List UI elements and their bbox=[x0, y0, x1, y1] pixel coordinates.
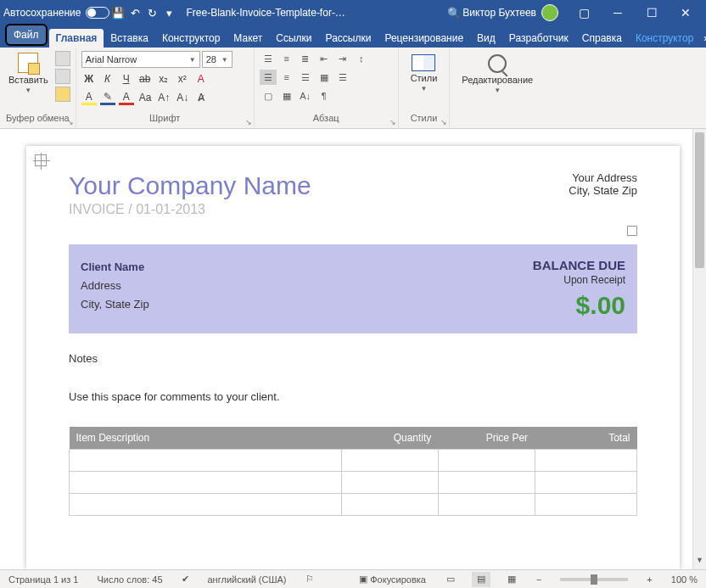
page-indicator[interactable]: Страница 1 из 1 bbox=[5, 574, 81, 585]
subscript-button[interactable]: x₂ bbox=[156, 71, 171, 87]
bold-button[interactable]: Ж bbox=[81, 71, 97, 87]
paragraph-launcher-icon[interactable]: ↘ bbox=[389, 118, 396, 126]
document-title: Free-Blank-Invoice-Template-for-… bbox=[186, 7, 345, 19]
tab-layout[interactable]: Макет bbox=[227, 29, 269, 48]
maximize-icon[interactable]: ☐ bbox=[635, 0, 669, 25]
invoice-line[interactable]: INVOICE / 01-01-2013 bbox=[69, 202, 311, 217]
align-center-button[interactable]: ≡ bbox=[278, 70, 295, 85]
clear-formatting-button[interactable]: A̷ bbox=[193, 90, 209, 105]
notes-heading[interactable]: Notes bbox=[69, 352, 637, 365]
italic-button[interactable]: К bbox=[100, 71, 115, 87]
tab-review[interactable]: Рецензирование bbox=[378, 29, 470, 48]
word-count[interactable]: Число слов: 45 bbox=[93, 574, 165, 585]
tab-design[interactable]: Конструктор bbox=[155, 29, 227, 48]
font-name-combo[interactable]: Arial Narrow▼ bbox=[81, 51, 200, 68]
numbering-button[interactable]: ≡ bbox=[278, 51, 295, 66]
line-spacing-button[interactable]: ↕ bbox=[353, 51, 370, 66]
tab-references[interactable]: Ссылки bbox=[269, 29, 318, 48]
language-indicator[interactable]: английский (США) bbox=[205, 574, 290, 585]
show-marks-button[interactable]: ¶ bbox=[316, 88, 333, 104]
group-editing-label bbox=[455, 111, 540, 125]
redo-icon[interactable]: ↻ bbox=[143, 4, 160, 21]
group-styles-label: Стили bbox=[404, 111, 445, 125]
title-bar: Автосохранение 💾 ↶ ↻ ▾ Free-Blank-Invoic… bbox=[0, 0, 706, 25]
font-launcher-icon[interactable]: ↘ bbox=[245, 118, 252, 126]
align-left-button[interactable]: ☰ bbox=[260, 70, 277, 85]
tab-file[interactable]: Файл bbox=[5, 24, 48, 46]
accessibility-icon[interactable]: ⚐ bbox=[302, 574, 317, 585]
tab-developer[interactable]: Разработчик bbox=[502, 29, 575, 48]
highlight-button[interactable]: A bbox=[81, 90, 97, 105]
web-layout-icon[interactable]: ▦ bbox=[502, 572, 521, 587]
cut-icon[interactable] bbox=[55, 51, 70, 66]
shrink-font-button[interactable]: A↓ bbox=[175, 90, 190, 105]
scroll-thumb[interactable] bbox=[695, 132, 704, 268]
user-account[interactable]: Виктор Бухтеев bbox=[462, 4, 558, 21]
paste-button[interactable]: Вставить ▼ bbox=[5, 51, 52, 96]
justify-button[interactable]: ▦ bbox=[316, 70, 333, 85]
search-icon[interactable]: 🔍 bbox=[445, 4, 462, 21]
tab-help[interactable]: Справка bbox=[575, 29, 629, 48]
undo-icon[interactable]: ↶ bbox=[126, 4, 143, 21]
company-address[interactable]: Your Address City, State Zip bbox=[569, 171, 637, 197]
zoom-slider[interactable] bbox=[560, 578, 628, 581]
balance-block[interactable]: BALANCE DUE Upon Receipt $.00 bbox=[533, 258, 625, 320]
tab-home[interactable]: Главная bbox=[49, 29, 104, 48]
clipboard-launcher-icon[interactable]: ↘ bbox=[67, 118, 74, 126]
align-right-button[interactable]: ☰ bbox=[297, 70, 314, 85]
zoom-level[interactable]: 100 % bbox=[668, 574, 701, 585]
multilevel-button[interactable]: ≣ bbox=[297, 51, 314, 66]
read-mode-icon[interactable]: ▭ bbox=[441, 572, 460, 587]
document-area[interactable]: Your Company Name INVOICE / 01-01-2013 Y… bbox=[0, 129, 706, 569]
copy-icon[interactable] bbox=[55, 69, 70, 84]
tab-table-design[interactable]: Конструктор bbox=[629, 29, 700, 48]
zoom-in-button[interactable]: + bbox=[643, 574, 655, 585]
tab-insert[interactable]: Вставка bbox=[104, 29, 155, 48]
table-row[interactable] bbox=[70, 472, 637, 494]
bullets-button[interactable]: ☰ bbox=[260, 51, 277, 66]
text-effects-button[interactable]: A bbox=[193, 71, 209, 87]
spellcheck-icon[interactable]: ✔ bbox=[178, 574, 193, 585]
tabs-overflow-icon[interactable]: › bbox=[700, 29, 706, 48]
ribbon-options-icon[interactable]: ▢ bbox=[567, 0, 601, 25]
strikethrough-button[interactable]: ab bbox=[137, 71, 153, 87]
increase-indent-button[interactable]: ⇥ bbox=[334, 51, 351, 66]
borders-button[interactable]: ▦ bbox=[278, 88, 295, 104]
font-size-combo[interactable]: 28▼ bbox=[202, 51, 233, 68]
placeholder-box[interactable] bbox=[627, 226, 637, 236]
focus-mode-button[interactable]: ▣Фокусировка bbox=[356, 574, 429, 585]
editing-button[interactable]: Редактирование ▼ bbox=[455, 51, 540, 98]
underline-button[interactable]: Ч bbox=[119, 71, 134, 87]
styles-launcher-icon[interactable]: ↘ bbox=[440, 118, 447, 126]
shading-button[interactable]: ▢ bbox=[260, 88, 277, 104]
grow-font-button[interactable]: A↑ bbox=[156, 90, 171, 105]
company-name[interactable]: Your Company Name bbox=[69, 171, 311, 200]
items-table[interactable]: Item Description Quantity Price Per Tota… bbox=[69, 427, 637, 516]
notes-text[interactable]: Use this space for comments to your clie… bbox=[69, 390, 637, 403]
print-layout-icon[interactable]: ▤ bbox=[472, 572, 490, 587]
decrease-indent-button[interactable]: ⇤ bbox=[316, 51, 333, 66]
tab-mailings[interactable]: Рассылки bbox=[319, 29, 378, 48]
superscript-button[interactable]: x² bbox=[175, 71, 190, 87]
table-row[interactable] bbox=[70, 494, 637, 516]
sort-button[interactable]: A↓ bbox=[297, 88, 314, 104]
qat-dropdown-icon[interactable]: ▾ bbox=[160, 4, 177, 21]
zoom-out-button[interactable]: − bbox=[533, 574, 545, 585]
table-row[interactable] bbox=[70, 450, 637, 472]
change-case-button[interactable]: Aa bbox=[137, 90, 154, 105]
save-icon[interactable]: 💾 bbox=[109, 4, 126, 21]
minimize-icon[interactable]: ─ bbox=[601, 0, 635, 25]
font-color-button[interactable]: A bbox=[119, 90, 134, 105]
vertical-scrollbar[interactable]: ▼ bbox=[692, 129, 706, 569]
pen-color-button[interactable]: ✎ bbox=[100, 90, 115, 105]
styles-button[interactable]: Стили ▼ bbox=[404, 51, 445, 96]
toggle-switch[interactable] bbox=[86, 7, 109, 19]
format-painter-icon[interactable] bbox=[55, 87, 70, 102]
client-info[interactable]: Client Name Address City, State Zip bbox=[81, 258, 149, 320]
scroll-down-icon[interactable]: ▼ bbox=[693, 556, 706, 569]
distributed-button[interactable]: ☰ bbox=[334, 70, 351, 85]
autosave-toggle[interactable]: Автосохранение bbox=[3, 7, 109, 19]
close-icon[interactable]: ✕ bbox=[669, 0, 703, 25]
table-move-handle[interactable] bbox=[35, 154, 47, 166]
tab-view[interactable]: Вид bbox=[470, 29, 502, 48]
